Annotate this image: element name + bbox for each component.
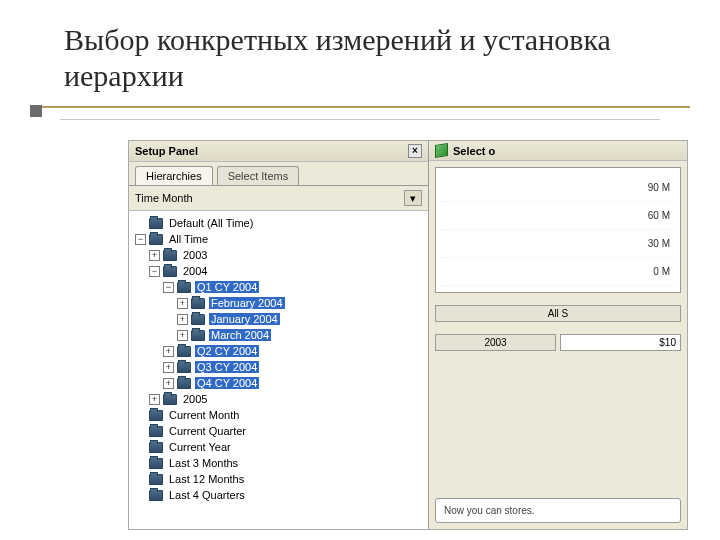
folder-icon — [149, 218, 163, 229]
tree-node-mar-2004[interactable]: + March 2004 — [131, 327, 426, 343]
folder-icon — [149, 410, 163, 421]
folder-icon — [149, 442, 163, 453]
tab-hierarchies[interactable]: Hierarchies — [135, 166, 213, 185]
cube-icon — [435, 143, 448, 158]
folder-icon — [163, 250, 177, 261]
folder-icon — [163, 266, 177, 277]
panel-title: Setup Panel — [135, 145, 198, 157]
expand-toggle[interactable]: + — [177, 330, 188, 341]
expand-toggle[interactable]: + — [149, 250, 160, 261]
chevron-down-icon: ▾ — [410, 192, 416, 205]
hierarchy-tree[interactable]: Default (All Time) − All Time + 2003 − 2… — [129, 211, 428, 529]
tree-node-current-month[interactable]: Current Month — [131, 407, 426, 423]
chart-area: 90 M 60 M 30 M 0 M — [435, 167, 681, 293]
expand-toggle[interactable]: + — [163, 362, 174, 373]
panel-header: Setup Panel × — [129, 141, 428, 162]
folder-icon — [149, 234, 163, 245]
expand-toggle[interactable]: + — [163, 346, 174, 357]
tree-node-2003[interactable]: + 2003 — [131, 247, 426, 263]
tree-node-q1-2004[interactable]: − Q1 CY 2004 — [131, 279, 426, 295]
folder-icon — [191, 314, 205, 325]
expand-toggle[interactable]: + — [149, 394, 160, 405]
folder-icon — [177, 282, 191, 293]
tree-node-jan-2004[interactable]: + January 2004 — [131, 311, 426, 327]
tree-node-all-time[interactable]: − All Time — [131, 231, 426, 247]
folder-icon — [191, 330, 205, 341]
tree-node-last-4-quarters[interactable]: Last 4 Quarters — [131, 487, 426, 503]
data-grid-row: 2003 $10 — [435, 334, 681, 351]
tree-node-current-quarter[interactable]: Current Quarter — [131, 423, 426, 439]
tree-node-last-12-months[interactable]: Last 12 Months — [131, 471, 426, 487]
right-panel-header: Select o — [429, 141, 687, 161]
tree-node-feb-2004[interactable]: + February 2004 — [131, 295, 426, 311]
y-axis-tick: 30 M — [440, 230, 676, 258]
tree-node-2004[interactable]: − 2004 — [131, 263, 426, 279]
info-message: Now you can stores. — [435, 498, 681, 523]
tree-node-default[interactable]: Default (All Time) — [131, 215, 426, 231]
data-grid-header-row: All S — [435, 305, 681, 322]
slide-title: Выбор конкретных измерений и установка и… — [0, 0, 720, 104]
tree-node-last-3-months[interactable]: Last 3 Months — [131, 455, 426, 471]
panel-tabs: Hierarchies Select Items — [129, 162, 428, 186]
collapse-toggle[interactable]: − — [135, 234, 146, 245]
divider-accent-square — [30, 105, 42, 117]
grid-year-cell: 2003 — [435, 334, 556, 351]
collapse-toggle[interactable]: − — [163, 282, 174, 293]
expand-toggle[interactable]: + — [163, 378, 174, 389]
right-panel-title: Select o — [453, 145, 495, 157]
y-axis-tick: 0 M — [440, 258, 676, 286]
dimension-label: Time Month — [135, 192, 193, 204]
setup-panel: Setup Panel × Hierarchies Select Items T… — [129, 141, 429, 529]
folder-icon — [177, 378, 191, 389]
folder-icon — [149, 474, 163, 485]
tab-select-items[interactable]: Select Items — [217, 166, 300, 185]
tree-node-current-year[interactable]: Current Year — [131, 439, 426, 455]
y-axis-tick: 90 M — [440, 174, 676, 202]
close-button[interactable]: × — [408, 144, 422, 158]
folder-icon — [163, 394, 177, 405]
grid-header-cell: All S — [435, 305, 681, 322]
expand-toggle[interactable]: + — [177, 314, 188, 325]
folder-icon — [191, 298, 205, 309]
folder-icon — [149, 458, 163, 469]
tree-node-2005[interactable]: + 2005 — [131, 391, 426, 407]
folder-icon — [177, 346, 191, 357]
right-panel: Select o 90 M 60 M 30 M 0 M All S 2003 $… — [429, 141, 687, 529]
folder-icon — [177, 362, 191, 373]
folder-icon — [149, 426, 163, 437]
grid-value-cell: $10 — [560, 334, 681, 351]
folder-icon — [149, 490, 163, 501]
tree-node-q3-2004[interactable]: + Q3 CY 2004 — [131, 359, 426, 375]
y-axis-tick: 60 M — [440, 202, 676, 230]
tree-node-q2-2004[interactable]: + Q2 CY 2004 — [131, 343, 426, 359]
dimension-row: Time Month ▾ — [129, 186, 428, 211]
dimension-action-button[interactable]: ▾ — [404, 190, 422, 206]
title-divider — [30, 106, 690, 110]
collapse-toggle[interactable]: − — [149, 266, 160, 277]
app-window: Setup Panel × Hierarchies Select Items T… — [128, 140, 688, 530]
tree-node-q4-2004[interactable]: + Q4 CY 2004 — [131, 375, 426, 391]
expand-toggle[interactable]: + — [177, 298, 188, 309]
